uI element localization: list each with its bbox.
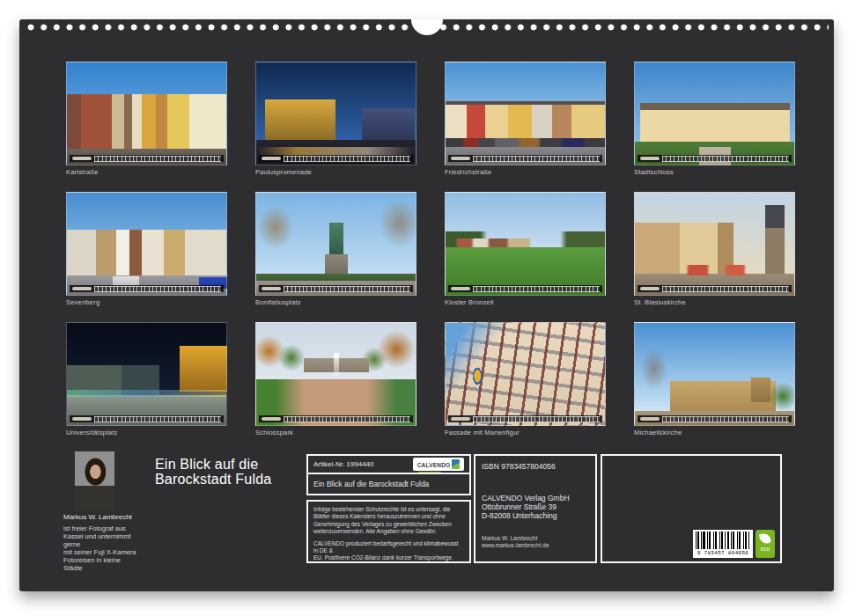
photo-michaeliskirche — [634, 322, 795, 426]
photo-friedrichstrasse — [445, 62, 606, 165]
day-cells — [662, 416, 789, 422]
mini-month-strip — [259, 285, 413, 292]
month-label-pill — [262, 157, 281, 160]
calendar-back-cover: Karlstraße Pauluspromenade Friedrichstra… — [0, 0, 855, 616]
author-bio: ist freier Fotograf aus Kassel und unter… — [63, 524, 173, 572]
thumbnail-tile: Schlosspark — [255, 322, 416, 437]
photo-caption: Fassade mit Marienfigur — [445, 429, 606, 437]
photo-caption: Universitätsplatz — [66, 429, 227, 437]
photo-kloster-bronzell — [445, 192, 606, 296]
thumbnail-tile: Friedrichstraße — [445, 62, 606, 177]
legal-text: Infolge bestehender Schutzrechte ist es … — [313, 506, 464, 536]
photo-st-blasiuskirche — [634, 192, 795, 296]
day-cells — [94, 156, 221, 162]
photo-caption: Schlosspark — [255, 429, 416, 437]
day-cells — [284, 286, 410, 292]
thumbnail-tile: Fassade mit Marienfigur — [445, 322, 606, 437]
month-label-pill — [262, 417, 281, 421]
month-label-pill — [262, 287, 281, 290]
thumbnail-tile: Pauluspromenade — [255, 62, 416, 177]
mini-month-strip — [638, 155, 792, 162]
mini-month-strip — [70, 285, 224, 292]
mini-month-strip — [70, 415, 224, 422]
eco-logo: eco — [755, 530, 775, 558]
thumbnail-tile: St. Blasiuskirche — [634, 192, 795, 307]
ean-barcode: 9 783457 804056 — [693, 530, 753, 558]
photo-karlstrasse — [66, 62, 227, 165]
thumbnail-tile: Stadtschloss — [634, 62, 795, 177]
photo-stadtschloss — [634, 62, 795, 165]
photo-schlosspark — [255, 322, 416, 426]
mini-month-strip — [448, 155, 602, 162]
legal-box: Infolge bestehender Schutzrechte ist es … — [306, 500, 471, 563]
day-cells — [662, 156, 789, 162]
photo-fassade-marienfigur — [445, 322, 606, 426]
day-cells — [94, 286, 221, 292]
month-thumbnail-grid: Karlstraße Pauluspromenade Friedrichstra… — [66, 62, 795, 437]
mini-month-strip — [259, 415, 413, 422]
day-cells — [662, 286, 789, 292]
photo-caption: Friedrichstraße — [445, 168, 606, 177]
mini-month-strip — [448, 285, 602, 292]
production-text: CALVENDO produziert bedarfsgerecht und k… — [313, 540, 464, 563]
hanging-notch — [411, 19, 443, 35]
mini-month-strip — [448, 415, 602, 422]
photo-caption: Severiberg — [66, 298, 227, 307]
mini-month-strip — [259, 155, 413, 162]
thumbnail-tile: Severiberg — [66, 192, 227, 307]
photo-caption: St. Blasiuskirche — [634, 298, 795, 307]
photo-pauluspromenade — [255, 62, 416, 165]
month-label-pill — [72, 417, 92, 421]
day-cells — [473, 156, 600, 162]
photo-bonifatiusplatz — [255, 192, 416, 296]
month-label-pill — [72, 287, 92, 290]
photo-severiberg — [66, 192, 227, 296]
day-cells — [284, 416, 410, 422]
month-label-pill — [451, 287, 470, 290]
isbn-box: ISBN 9783457804056 CALVENDO Verlag GmbH … — [474, 454, 597, 563]
day-cells — [284, 156, 410, 162]
title-box: Ein Blick auf die Barockstadt Fulda — [306, 473, 471, 495]
title-box-text: Ein Blick auf die Barockstadt Fulda — [313, 480, 429, 488]
calvendo-logo-icon — [452, 459, 460, 469]
author-website: Markus W. Lambrecht www.markus-lambrecht… — [482, 535, 589, 549]
month-label-pill — [640, 287, 660, 290]
publisher-address: CALVENDO Verlag GmbH Ottobrunner Straße … — [482, 494, 589, 520]
thumbnail-tile: Universitätsplatz — [66, 322, 227, 437]
day-cells — [94, 416, 221, 422]
photo-caption: Bonifatiusplatz — [255, 298, 416, 307]
eco-leaf-icon — [759, 532, 771, 545]
photo-caption: Michaeliskirche — [634, 429, 795, 437]
photo-caption: Pauluspromenade — [255, 168, 416, 177]
month-label-pill — [451, 417, 470, 421]
calvendo-logo: CALVENDO — [413, 458, 464, 471]
barcode-digits: 9 783457 804056 — [693, 549, 753, 557]
photo-universitaetsplatz — [66, 322, 227, 426]
photo-caption: Kloster Bronzell — [445, 298, 606, 307]
mini-month-strip — [638, 415, 792, 422]
thumbnail-tile: Bonifatiusplatz — [255, 192, 416, 307]
mini-month-strip — [638, 285, 792, 292]
author-portrait-photo — [75, 451, 114, 511]
month-label-pill — [640, 157, 660, 160]
day-cells — [473, 286, 600, 292]
isbn-number: ISBN 9783457804056 — [482, 462, 589, 471]
thumbnail-tile: Michaeliskirche — [634, 322, 795, 437]
author-name: Markus W. Lambrecht — [63, 513, 178, 521]
calendar-title: Ein Blick auf die Barockstadt Fulda — [155, 457, 271, 487]
day-cells — [473, 416, 600, 422]
article-number: Artikel-Nr. 1994440 — [313, 460, 373, 468]
thumbnail-tile: Kloster Bronzell — [445, 192, 606, 307]
month-label-pill — [451, 157, 470, 160]
photo-caption: Stadtschloss — [634, 168, 795, 177]
eco-label: eco — [755, 546, 775, 552]
barcode-box: 9 783457 804056 eco — [601, 454, 782, 563]
article-number-box: Artikel-Nr. 1994440 CALVENDO — [306, 454, 471, 474]
barcode-bars — [696, 532, 750, 549]
calendar-page: Karlstraße Pauluspromenade Friedrichstra… — [19, 19, 834, 591]
photo-caption: Karlstraße — [66, 168, 227, 177]
month-label-pill — [640, 417, 660, 421]
mini-month-strip — [70, 155, 224, 162]
thumbnail-tile: Karlstraße — [66, 62, 227, 177]
month-label-pill — [72, 157, 92, 160]
